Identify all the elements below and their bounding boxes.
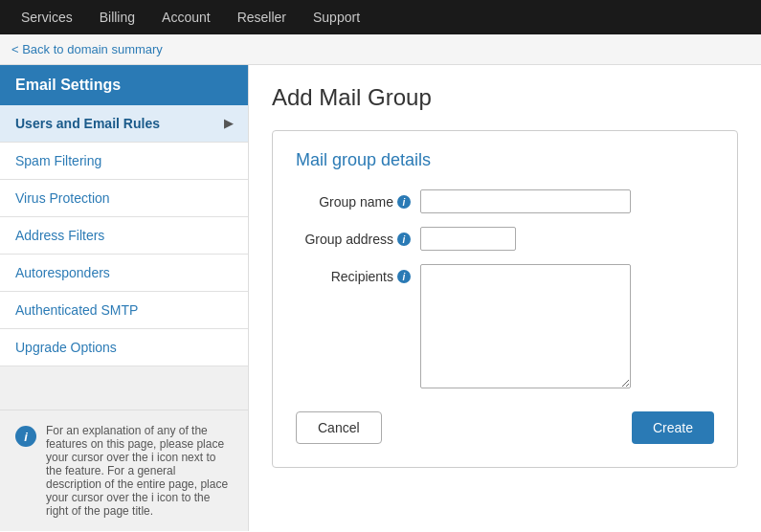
main-layout: Email Settings Users and Email Rules ▶ S… <box>0 65 761 531</box>
recipients-label: Recipients i <box>296 264 420 284</box>
sidebar: Email Settings Users and Email Rules ▶ S… <box>0 65 249 531</box>
sidebar-item-label: Users and Email Rules <box>15 116 160 131</box>
create-button[interactable]: Create <box>632 411 714 444</box>
sidebar-item-label: Authenticated SMTP <box>15 302 138 318</box>
form-row-group-name: Group name i <box>296 189 714 213</box>
group-name-label: Group name i <box>296 189 420 210</box>
breadcrumb-link[interactable]: < Back to domain summary <box>11 42 163 56</box>
group-address-label: Group address i <box>296 227 420 247</box>
sidebar-item-label: Virus Protection <box>15 190 110 206</box>
top-navigation: Services Billing Account Reseller Suppor… <box>0 0 761 34</box>
cancel-button[interactable]: Cancel <box>296 411 382 444</box>
group-name-info-icon[interactable]: i <box>397 195 411 209</box>
mail-group-card: Mail group details Group name i Group ad… <box>272 130 738 468</box>
nav-item-support[interactable]: Support <box>300 2 373 33</box>
card-title: Mail group details <box>296 150 714 170</box>
form-actions: Cancel Create <box>296 411 714 444</box>
nav-item-account[interactable]: Account <box>148 2 224 33</box>
sidebar-info-text: For an explanation of any of the feature… <box>46 424 233 518</box>
sidebar-item-upgrade-options[interactable]: Upgrade Options <box>0 329 248 366</box>
recipients-info-icon[interactable]: i <box>397 270 411 283</box>
form-row-group-address: Group address i <box>296 227 714 251</box>
sidebar-item-users-email-rules[interactable]: Users and Email Rules ▶ <box>0 105 248 143</box>
chevron-right-icon: ▶ <box>224 117 233 130</box>
breadcrumb: < Back to domain summary <box>0 34 761 65</box>
sidebar-item-autoresponders[interactable]: Autoresponders <box>0 255 248 292</box>
sidebar-item-spam-filtering[interactable]: Spam Filtering <box>0 143 248 180</box>
sidebar-item-label: Address Filters <box>15 228 104 243</box>
nav-item-billing[interactable]: Billing <box>86 2 148 33</box>
sidebar-title: Email Settings <box>0 65 248 105</box>
sidebar-item-label: Spam Filtering <box>15 153 101 168</box>
sidebar-item-label: Upgrade Options <box>15 340 117 355</box>
group-address-info-icon[interactable]: i <box>397 233 411 246</box>
sidebar-item-authenticated-smtp[interactable]: Authenticated SMTP <box>0 292 248 329</box>
sidebar-info: i For an explanation of any of the featu… <box>0 410 248 531</box>
group-address-input[interactable] <box>420 227 516 251</box>
nav-item-services[interactable]: Services <box>8 2 86 33</box>
recipients-textarea[interactable] <box>420 264 631 388</box>
page-title: Add Mail Group <box>272 84 738 111</box>
group-name-input[interactable] <box>420 189 631 213</box>
sidebar-item-virus-protection[interactable]: Virus Protection <box>0 180 248 217</box>
nav-item-reseller[interactable]: Reseller <box>224 2 300 33</box>
form-row-recipients: Recipients i <box>296 264 714 388</box>
info-icon-circle: i <box>15 426 36 447</box>
sidebar-item-address-filters[interactable]: Address Filters <box>0 217 248 255</box>
content-area: Add Mail Group Mail group details Group … <box>249 65 761 531</box>
sidebar-item-label: Autoresponders <box>15 265 110 280</box>
